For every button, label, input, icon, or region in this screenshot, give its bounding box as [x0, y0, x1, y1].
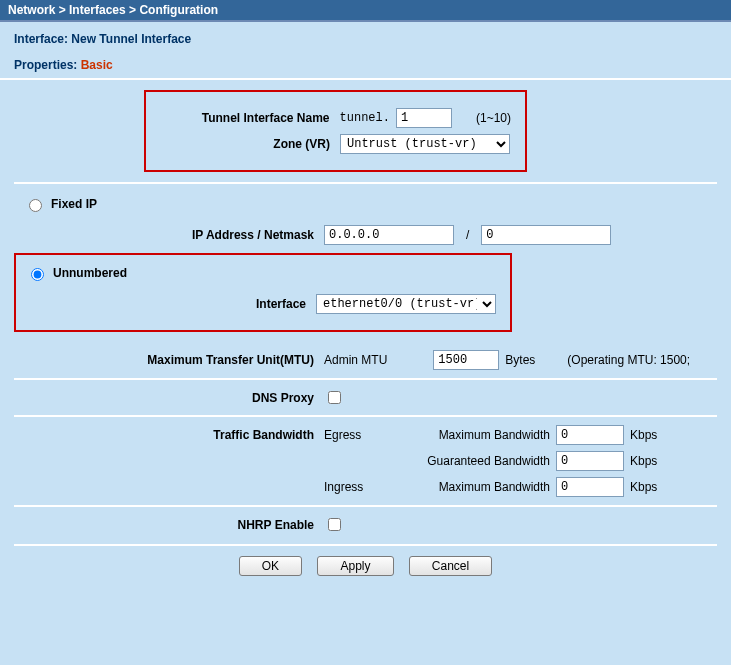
tunnel-name-range: (1~10) [476, 111, 511, 125]
unnum-iface-select[interactable]: ethernet0/0 (trust-vr) [316, 294, 496, 314]
zone-label: Zone (VR) [160, 137, 340, 151]
unnumbered-text: Unnumbered [53, 266, 127, 280]
cancel-button[interactable]: Cancel [409, 556, 492, 576]
mtu-label: Maximum Transfer Unit(MTU) [14, 353, 324, 367]
ingress-max-input[interactable] [556, 477, 624, 497]
unnum-iface-label: Interface [26, 297, 316, 311]
ip-netmask-label: IP Address / Netmask [14, 228, 324, 242]
fixed-ip-radio-label[interactable]: Fixed IP [24, 196, 97, 212]
ip-mask-separator: / [460, 228, 475, 242]
page-title: Interface: New Tunnel Interface [14, 32, 717, 46]
properties-value: Basic [81, 58, 113, 72]
egress-guar-label: Guaranteed Bandwidth [390, 454, 550, 468]
ingress-max-label: Maximum Bandwidth [390, 480, 550, 494]
egress-label: Egress [324, 428, 384, 442]
breadcrumb: Network > Interfaces > Configuration [0, 0, 731, 22]
ingress-max-unit: Kbps [630, 480, 657, 494]
fixed-ip-radio[interactable] [29, 199, 42, 212]
tunnel-name-prefix: tunnel. [340, 111, 390, 125]
traffic-bw-label: Traffic Bandwidth [14, 428, 324, 442]
tunnel-config-group: Tunnel Interface Name tunnel. (1~10) Zon… [144, 90, 527, 172]
properties-label: Properties: [14, 58, 77, 72]
zone-select[interactable]: Untrust (trust-vr) [340, 134, 510, 154]
netmask-input[interactable] [481, 225, 611, 245]
egress-max-label: Maximum Bandwidth [390, 428, 550, 442]
tunnel-name-input[interactable] [396, 108, 452, 128]
nhrp-label: NHRP Enable [14, 518, 324, 532]
dns-proxy-checkbox[interactable] [328, 391, 341, 404]
egress-max-unit: Kbps [630, 428, 657, 442]
dns-proxy-label: DNS Proxy [14, 391, 324, 405]
unnumbered-group: Unnumbered Interface ethernet0/0 (trust-… [14, 253, 512, 332]
mtu-unit: Bytes [505, 353, 535, 367]
fixed-ip-text: Fixed IP [51, 197, 97, 211]
egress-guar-unit: Kbps [630, 454, 657, 468]
egress-max-input[interactable] [556, 425, 624, 445]
mtu-operating: (Operating MTU: 1500; [567, 353, 690, 367]
admin-mtu-label: Admin MTU [324, 353, 387, 367]
apply-button[interactable]: Apply [317, 556, 393, 576]
nhrp-checkbox[interactable] [328, 518, 341, 531]
tunnel-name-label: Tunnel Interface Name [160, 111, 340, 125]
unnumbered-radio-label[interactable]: Unnumbered [26, 265, 127, 281]
ok-button[interactable]: OK [239, 556, 302, 576]
properties-line: Properties: Basic [14, 58, 717, 72]
unnumbered-radio[interactable] [31, 268, 44, 281]
ip-address-input[interactable] [324, 225, 454, 245]
mtu-input[interactable] [433, 350, 499, 370]
ingress-label: Ingress [324, 480, 384, 494]
egress-guar-input[interactable] [556, 451, 624, 471]
